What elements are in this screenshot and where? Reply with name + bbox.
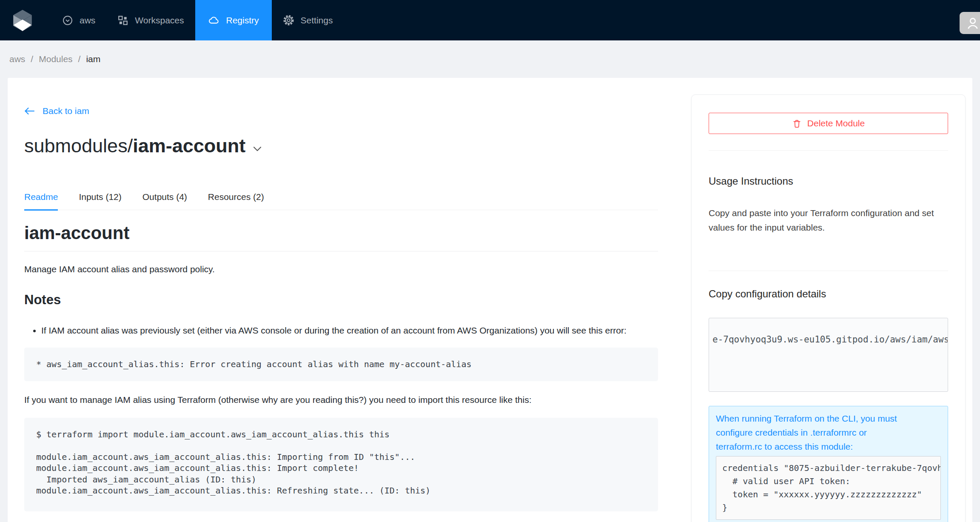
breadcrumb-current: iam xyxy=(86,54,100,64)
settings-gear-icon xyxy=(283,14,294,26)
workspaces-grid-icon xyxy=(117,15,128,26)
nav-item-settings[interactable]: Settings xyxy=(272,0,344,40)
user-avatar-icon xyxy=(966,16,980,30)
readme-code-block-error: * aws_iam_account_alias.this: Error crea… xyxy=(24,348,658,381)
breadcrumb-separator: / xyxy=(78,54,81,64)
module-detail-content: Back to iam submodules/iam-account Readm… xyxy=(24,78,658,511)
module-tabs: Readme Inputs (12) Outputs (4) Resources… xyxy=(24,186,658,210)
sidebar-divider xyxy=(709,150,948,151)
breadcrumb-modules[interactable]: Modules xyxy=(39,54,72,64)
nav-item-label: aws xyxy=(80,15,95,26)
nav-item-label: Workspaces xyxy=(135,15,184,26)
nav-item-label: Registry xyxy=(226,15,259,26)
tab-resources[interactable]: Resources (2) xyxy=(208,186,264,210)
nav-item-organization[interactable]: aws xyxy=(51,0,106,40)
readme-notes-list: If IAM account alias was previously set … xyxy=(24,324,658,337)
nav-item-registry[interactable]: Registry xyxy=(195,0,272,40)
page-title-prefix: submodules/ xyxy=(24,135,133,157)
main-content-card: Back to iam submodules/iam-account Readm… xyxy=(8,78,972,522)
page-title-name: iam-account xyxy=(133,135,245,157)
user-avatar[interactable] xyxy=(960,12,980,34)
breadcrumb-org[interactable]: aws xyxy=(9,54,25,64)
copy-configuration-heading: Copy configuration details xyxy=(709,288,948,300)
breadcrumb: aws / Modules / iam xyxy=(0,40,980,78)
delete-module-button[interactable]: Delete Module xyxy=(709,113,948,134)
cli-credentials-info-box: When running Terraform on the CLI, you m… xyxy=(709,406,948,522)
sidebar-divider xyxy=(709,271,948,271)
delete-module-label: Delete Module xyxy=(807,118,865,128)
breadcrumb-separator: / xyxy=(31,54,33,64)
top-navbar: aws Workspaces Registry Settings xyxy=(0,0,980,40)
org-down-circle-icon xyxy=(62,15,73,26)
tab-inputs[interactable]: Inputs (12) xyxy=(79,186,121,210)
module-source-textarea[interactable]: e-7qovhyoq3u9.ws-eu105.gitpod.io/aws/iam… xyxy=(709,318,948,392)
tab-readme[interactable]: Readme xyxy=(24,186,58,210)
back-arrow-icon xyxy=(24,107,35,115)
terrakube-logo[interactable] xyxy=(12,9,33,31)
readme-notes-heading: Notes xyxy=(24,292,658,308)
usage-instructions-heading: Usage Instructions xyxy=(709,175,948,187)
readme-note-bullet: If IAM account alias was previously set … xyxy=(41,324,659,337)
nav-item-label: Settings xyxy=(301,15,333,26)
tab-outputs[interactable]: Outputs (4) xyxy=(142,186,187,210)
readme-description: Manage IAM account alias and password po… xyxy=(24,262,658,276)
readme-import-paragraph: If you want to manage IAM alias using Te… xyxy=(24,393,658,407)
cli-credentials-note: When running Terraform on the CLI, you m… xyxy=(716,411,941,454)
registry-cloud-icon xyxy=(208,14,220,26)
usage-instructions-text: Copy and paste into your Terraform confi… xyxy=(709,206,948,235)
readme-heading: iam-account xyxy=(24,223,658,251)
main-navigation: aws Workspaces Registry Settings xyxy=(51,0,344,40)
caret-down-icon[interactable] xyxy=(253,146,262,152)
back-link[interactable]: Back to iam xyxy=(24,78,89,116)
trash-icon xyxy=(792,119,802,128)
page-title: submodules/iam-account xyxy=(24,135,658,157)
module-sidebar: Delete Module Usage Instructions Copy an… xyxy=(691,94,966,522)
back-link-label: Back to iam xyxy=(43,106,89,116)
readme-code-block-import: $ terraform import module.iam_account.aw… xyxy=(24,418,658,511)
nav-item-workspaces[interactable]: Workspaces xyxy=(106,0,195,40)
credentials-code-block: credentials "8075-azbuilder-terrakube-7q… xyxy=(716,456,941,520)
